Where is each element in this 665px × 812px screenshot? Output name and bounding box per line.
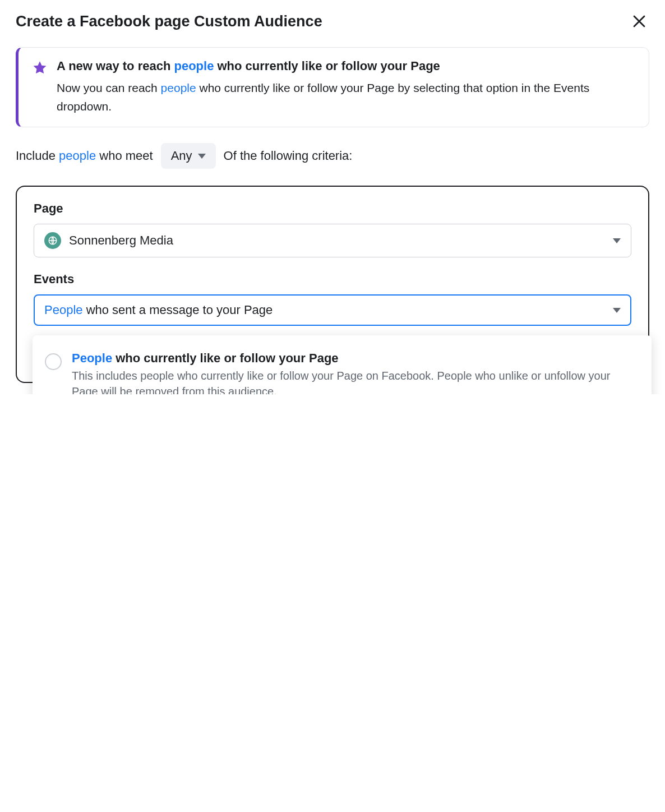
people-link[interactable]: people [161,81,196,94]
criteria-suffix: Of the following criteria: [224,149,353,163]
people-link[interactable]: people [174,59,214,73]
star-icon [32,60,48,76]
match-mode-dropdown[interactable]: Any [161,143,216,169]
chevron-down-icon [198,154,206,159]
chevron-down-icon [613,238,621,243]
dialog-title: Create a Facebook page Custom Audience [16,13,322,30]
event-option-like-follow[interactable]: People who currently like or follow your… [33,343,647,394]
chevron-down-icon [613,308,621,313]
match-mode-label: Any [171,149,192,163]
page-avatar-icon [44,232,61,249]
events-select[interactable]: People who sent a message to your Page [34,294,631,326]
info-banner-body: Now you can reach people who currently l… [57,79,635,116]
info-banner: A new way to reach people who currently … [16,47,649,127]
events-field-label: Events [34,272,631,287]
page-select[interactable]: Sonnenberg Media [34,224,631,257]
events-select-value: People [44,303,83,317]
criteria-row: Include people who meet Any Of the follo… [16,143,649,169]
info-banner-title: A new way to reach people who currently … [57,59,635,73]
close-icon [633,15,645,27]
page-select-value: Sonnenberg Media [69,233,173,248]
events-dropdown: People who currently like or follow your… [33,335,652,394]
radio-icon [45,353,62,370]
criteria-card: Page Sonnenberg Media Events People who … [16,186,649,383]
page-field-label: Page [34,201,631,216]
close-button[interactable] [629,11,649,31]
people-link[interactable]: people [59,149,96,163]
